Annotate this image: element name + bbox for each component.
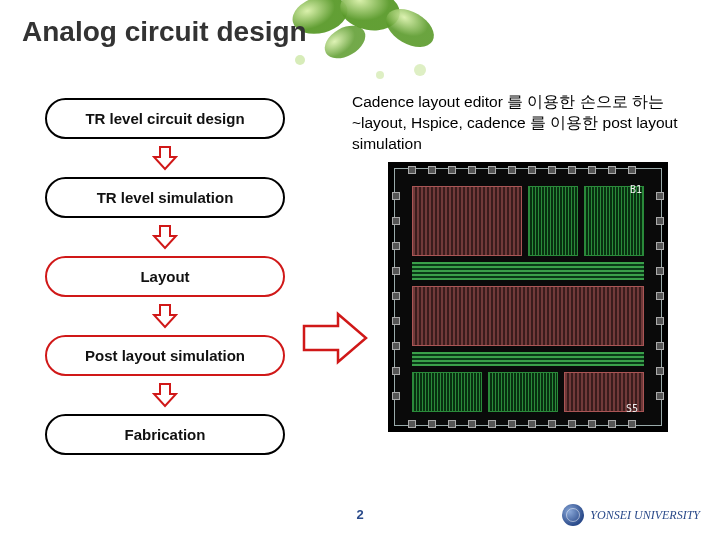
arrow-right-icon bbox=[300, 310, 370, 370]
arrow-down-icon bbox=[152, 303, 178, 329]
svg-point-3 bbox=[319, 19, 371, 65]
svg-point-6 bbox=[376, 71, 384, 79]
flow-step: Layout bbox=[45, 256, 285, 297]
svg-point-2 bbox=[379, 1, 440, 55]
footer-logo: YONSEI UNIVERSITY bbox=[562, 504, 700, 526]
svg-point-1 bbox=[337, 0, 403, 35]
arrow-down-icon bbox=[152, 382, 178, 408]
flow-step: Fabrication bbox=[45, 414, 285, 455]
svg-point-5 bbox=[414, 64, 426, 76]
arrow-down-icon bbox=[152, 145, 178, 171]
slide-title: Analog circuit design bbox=[22, 16, 307, 48]
page-number: 2 bbox=[356, 507, 363, 522]
description-text: Cadence layout editor 를 이용한 손으로 하는~layou… bbox=[352, 92, 702, 155]
flow-diagram: TR level circuit design TR level simulat… bbox=[30, 98, 300, 455]
flow-step: Post layout simulation bbox=[45, 335, 285, 376]
university-emblem-icon bbox=[562, 504, 584, 526]
chip-layout-image: B1 S5 bbox=[388, 162, 668, 432]
flow-step: TR level simulation bbox=[45, 177, 285, 218]
svg-point-4 bbox=[295, 55, 305, 65]
flow-step: TR level circuit design bbox=[45, 98, 285, 139]
arrow-down-icon bbox=[152, 224, 178, 250]
university-name: YONSEI UNIVERSITY bbox=[590, 508, 700, 523]
leaf-decoration bbox=[260, 0, 460, 100]
